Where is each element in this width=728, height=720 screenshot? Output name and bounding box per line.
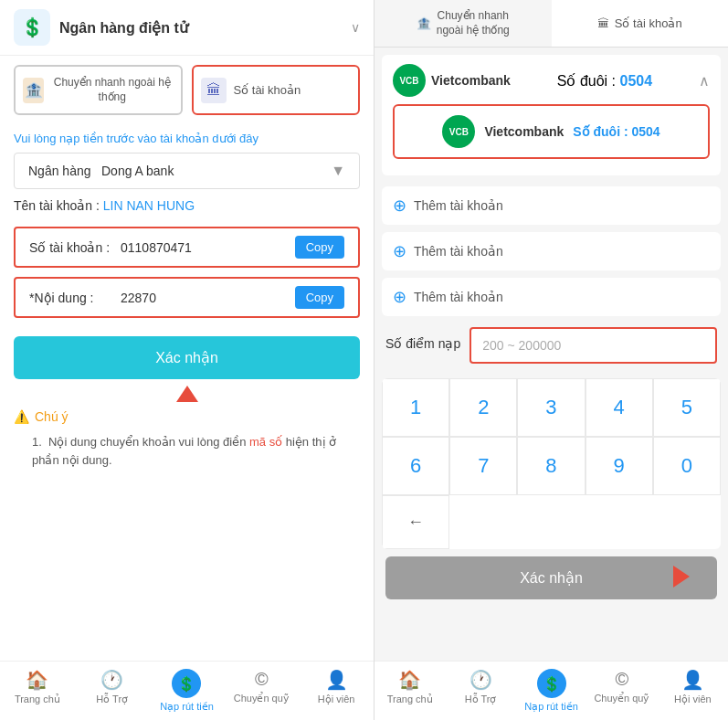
- numpad-5[interactable]: 5: [653, 378, 721, 437]
- right-nav-hoi-vien[interactable]: 👤 Hội viên: [658, 662, 728, 720]
- right-nav-trang-chu-label: Trang chủ: [387, 694, 433, 705]
- so-duoi-label: Số đuôi :: [557, 73, 616, 89]
- left-header-title: 💲 Ngân hàng điện tử: [14, 9, 188, 46]
- right-confirm-button[interactable]: Xác nhận: [385, 556, 717, 599]
- member-icon: 👤: [325, 669, 348, 691]
- right-arrow-indicator: [673, 566, 690, 591]
- points-input-box[interactable]: 200 ~ 200000: [470, 327, 717, 364]
- right-transfer-fund-icon: ©: [616, 669, 629, 690]
- copy-content-button[interactable]: Copy: [295, 286, 344, 309]
- nav-nap-rut-tien[interactable]: 💲 Nạp rút tiền: [150, 662, 225, 720]
- numpad-2[interactable]: 2: [449, 378, 517, 437]
- vcb-name: Vietcombank: [431, 73, 511, 88]
- numpad-3[interactable]: 3: [517, 378, 585, 437]
- numpad: 1 2 3 4 5 6 7 8 9 0 ←: [382, 378, 721, 549]
- left-tabs: 🏦 Chuyển nhanh ngoài hệ thống 🏛 Số tài k…: [0, 56, 374, 124]
- selected-bank-card[interactable]: VCB Vietcombank Số đuôi : 0504: [393, 104, 710, 159]
- right-nav-chuyen-quy-label: Chuyển quỹ: [594, 693, 649, 704]
- numpad-8[interactable]: 8: [517, 437, 585, 495]
- numpad-0[interactable]: 0: [653, 437, 721, 495]
- notice-section: ⚠️ Chú ý 1. Nội dung chuyển khoản vui lò…: [0, 402, 374, 478]
- bank-select-arrow-icon: ▼: [331, 163, 345, 179]
- deposit-note: Vui lòng nạp tiền trước vào tài khoản dư…: [0, 124, 374, 153]
- right-nav-chuyen-quy[interactable]: © Chuyển quỹ: [586, 662, 657, 720]
- notice-item-1: 1. Nội dung chuyển khoản vui lòng điền m…: [14, 431, 360, 471]
- nav-hoi-vien[interactable]: 👤 Hội viên: [299, 662, 374, 720]
- right-nav-ho-tro[interactable]: 🕐 Hỗ Trợ: [445, 662, 515, 720]
- copy-account-button[interactable]: Copy: [295, 236, 344, 259]
- bank-value: Dong A bank: [101, 164, 331, 178]
- right-tab2-label: Số tài khoản: [615, 16, 682, 30]
- account-name-label: Tên tài khoản :: [14, 198, 100, 213]
- nav-trang-chu-label: Trang chủ: [15, 694, 60, 705]
- so-duoi-value: 0504: [620, 73, 653, 89]
- right-header: 🏦 Chuyển nhanhngoài hệ thống 🏛 Số tài kh…: [375, 0, 728, 48]
- red-arrow-right-icon: [673, 566, 690, 588]
- content-field: *Nội dung : 22870 Copy: [14, 277, 360, 318]
- bank-icon: 🏛: [201, 78, 227, 103]
- left-header: 💲 Ngân hàng điện tử ∨: [0, 0, 374, 56]
- right-bank-icon: 🏛: [597, 16, 609, 30]
- bank-card-header: VCB Vietcombank Số đuôi : 0504 ∧: [393, 64, 710, 104]
- right-confirm-wrapper: Xác nhận: [385, 556, 717, 599]
- add-account-2[interactable]: ⊕ Thêm tài khoản: [382, 232, 721, 270]
- numpad-backspace[interactable]: ←: [382, 495, 449, 549]
- so-duoi-display: Số đuôi : 0504: [557, 72, 652, 90]
- numpad-1[interactable]: 1: [382, 378, 449, 437]
- account-name-row: Tên tài khoản : LIN NAN HUNG: [0, 189, 374, 222]
- chevron-down-icon[interactable]: ∨: [351, 20, 360, 35]
- nav-hoi-vien-label: Hội viên: [318, 694, 355, 705]
- home-icon: 🏠: [26, 669, 48, 691]
- chevron-up-icon[interactable]: ∧: [699, 72, 710, 90]
- support-icon: 🕐: [100, 669, 123, 691]
- notice-title: ⚠️ Chú ý: [14, 409, 360, 424]
- right-nav-hoi-vien-label: Hội viên: [674, 694, 712, 705]
- add-account-3[interactable]: ⊕ Thêm tài khoản: [382, 278, 721, 316]
- nav-trang-chu[interactable]: 🏠 Trang chủ: [0, 662, 75, 720]
- right-tab-so-tai-khoan[interactable]: 🏛 Số tài khoản: [552, 0, 729, 47]
- tab2-label: Số tài khoản: [234, 83, 301, 97]
- left-title-text: Ngân hàng điện tử: [59, 19, 188, 37]
- nav-ho-tro[interactable]: 🕐 Hỗ Trợ: [75, 662, 150, 720]
- content-value: 22870: [121, 291, 295, 305]
- nav-chuyen-quy[interactable]: © Chuyển quỹ: [224, 662, 299, 720]
- transfer-icon: 🏦: [23, 78, 44, 103]
- right-deposit-icon: 💲: [537, 669, 566, 698]
- numpad-6[interactable]: 6: [382, 437, 449, 495]
- deposit-icon: 💲: [172, 669, 201, 698]
- add-account-label-1: Thêm tài khoản: [414, 198, 503, 213]
- transfer-fund-icon: ©: [255, 669, 269, 690]
- numpad-7[interactable]: 7: [449, 437, 517, 495]
- nav-nap-rut-label: Nạp rút tiền: [160, 701, 214, 713]
- tab-chuyen-nhanh[interactable]: 🏦 Chuyển nhanh ngoài hệ thống: [14, 65, 183, 115]
- bank-label: Ngân hàng: [28, 164, 101, 178]
- nav-chuyen-quy-label: Chuyển quỹ: [234, 693, 290, 704]
- vcb-logo: VCB Vietcombank: [393, 64, 511, 97]
- add-account-label-3: Thêm tài khoản: [414, 290, 503, 304]
- right-nav-nap-rut-tien[interactable]: 💲 Nạp rút tiền: [516, 662, 586, 720]
- bank-select-row[interactable]: Ngân hàng Dong A bank ▼: [14, 153, 360, 189]
- right-bottom-nav: 🏠 Trang chủ 🕐 Hỗ Trợ 💲 Nạp rút tiền © Ch…: [375, 661, 728, 720]
- right-transfer-icon: 🏦: [417, 16, 431, 30]
- left-confirm-button[interactable]: Xác nhận: [14, 336, 360, 379]
- points-input-section: Số điểm nạp 200 ~ 200000: [375, 320, 728, 371]
- right-tab-chuyen-nhanh[interactable]: 🏦 Chuyển nhanhngoài hệ thống: [375, 0, 552, 47]
- account-name-value: LIN NAN HUNG: [103, 198, 195, 213]
- bank-digital-icon: 💲: [14, 9, 50, 46]
- content-label: *Nội dung :: [29, 291, 121, 305]
- vcb-circle-icon: VCB: [393, 64, 426, 97]
- plus-icon-1: ⊕: [393, 196, 406, 216]
- red-arrow-up-icon: [176, 386, 198, 402]
- account-number-label: Số tài khoản :: [29, 240, 121, 255]
- tab1-label: Chuyển nhanh ngoài hệ thống: [51, 76, 173, 104]
- numpad-4[interactable]: 4: [586, 378, 653, 437]
- right-nav-trang-chu[interactable]: 🏠 Trang chủ: [375, 662, 445, 720]
- points-label: Số điểm nạp: [385, 336, 460, 351]
- arrow-indicator: [0, 386, 374, 402]
- selected-vcb-name: Vietcombank: [484, 124, 564, 139]
- tab-so-tai-khoan[interactable]: 🏛 Số tài khoản: [192, 65, 361, 115]
- highlight-text: mã số: [249, 435, 282, 449]
- notice-title-text: Chú ý: [35, 409, 69, 424]
- numpad-9[interactable]: 9: [586, 437, 653, 495]
- add-account-1[interactable]: ⊕ Thêm tài khoản: [382, 186, 721, 225]
